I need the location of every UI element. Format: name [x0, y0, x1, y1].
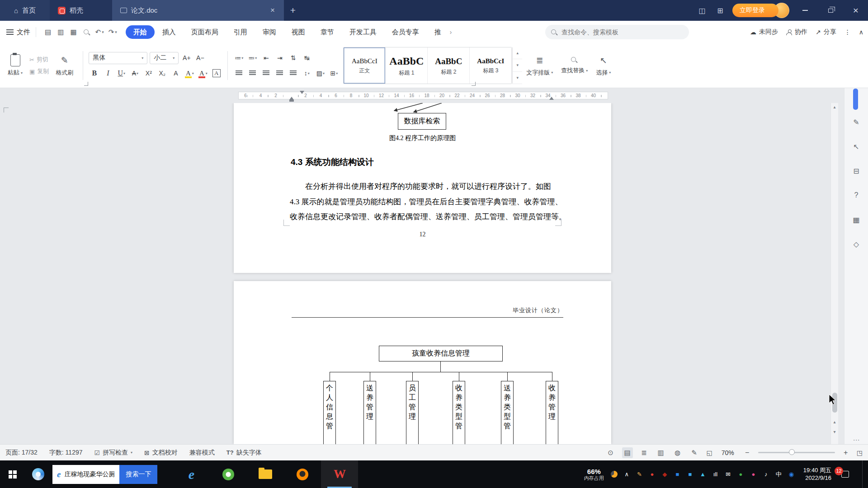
find-replace-button[interactable]: 查找替换▾ — [557, 56, 592, 75]
select-button[interactable]: ↖ 选择▾ — [592, 55, 615, 77]
paragraph[interactable]: 在分析并得出使用者对程序的功能要求时，就可以进行程序设计了。如图4.3 展示的就… — [290, 179, 566, 225]
gallery-up-icon[interactable]: ▴ — [513, 47, 522, 59]
file-menu-button[interactable]: 文件 — [6, 28, 30, 37]
alert-tray-icon[interactable]: ● — [649, 471, 656, 478]
numbered-list-button[interactable]: ≕▾ — [247, 52, 258, 64]
security-tray-icon[interactable]: ◆ — [661, 471, 668, 478]
green-status-tray-icon[interactable]: ● — [737, 471, 744, 478]
subscript-button[interactable]: X₂ — [156, 67, 168, 80]
align-right-button[interactable] — [260, 67, 272, 80]
word-count[interactable]: 字数: 11297 — [49, 449, 83, 457]
shading-button[interactable]: ▨▾ — [315, 67, 326, 80]
justify-button[interactable] — [274, 67, 285, 80]
undo-button[interactable]: ↶ ▾ — [95, 28, 104, 36]
style-card-2[interactable]: AaBbC标题 1 — [386, 47, 428, 84]
graphics-tool-tray-icon[interactable]: ✎ — [636, 471, 643, 478]
navigation-icon[interactable]: ▦ — [844, 216, 868, 224]
select-tool-icon[interactable]: ↖ — [844, 142, 868, 151]
shapes-icon[interactable]: ◇ — [844, 240, 868, 249]
align-left-button[interactable] — [233, 67, 245, 80]
more-tools-icon[interactable]: ⋯ — [844, 436, 868, 444]
ie-app-button[interactable]: e — [173, 460, 210, 488]
share-button[interactable]: ↗ 分享 — [816, 28, 836, 36]
quick-edit-icon[interactable]: ✎ — [844, 118, 868, 127]
split-view-icon[interactable]: ⊟ — [844, 167, 868, 175]
ribbon-tab-section[interactable]: 章节 — [313, 25, 342, 39]
ribbon-tab-page-layout[interactable]: 页面布局 — [184, 25, 226, 39]
print-preview-icon[interactable] — [83, 29, 90, 36]
save-icon[interactable]: ▤ — [45, 28, 51, 36]
font-name-select[interactable]: 黑体 ▾ — [89, 52, 147, 64]
page-indicator[interactable]: 页面: 17/32 — [5, 449, 38, 457]
memory-widget[interactable]: 66% 内存占用 — [584, 468, 604, 481]
right-indent-marker[interactable] — [549, 94, 554, 100]
mail-tray-icon[interactable]: ✉ — [725, 471, 731, 478]
eye-preview-icon[interactable]: ⊙ — [605, 447, 616, 458]
style-card-1[interactable]: AaBbCcI正文 — [344, 47, 386, 84]
tab-home[interactable]: ⌂ 首页 — [0, 0, 50, 21]
network-tray-icon[interactable]: ıll — [712, 471, 719, 478]
outline-view-icon[interactable]: ≣ — [639, 447, 650, 458]
help-icon[interactable]: ? — [844, 191, 868, 199]
paste-caret-icon[interactable]: ▾ — [21, 71, 23, 75]
ribbon-tab-member[interactable]: 会员专享 — [384, 25, 427, 39]
format-painter-button[interactable]: ✎ 格式刷 — [52, 55, 77, 77]
scrollbar-thumb[interactable] — [832, 393, 837, 413]
volume-tray-icon[interactable]: ♪ — [763, 471, 769, 478]
search-go-button[interactable]: 搜索一下 — [119, 465, 157, 484]
spellcheck-toggle[interactable]: ☑ 拼写检查 ▾ — [94, 449, 133, 457]
edit-mode-icon[interactable]: ✎ — [689, 447, 700, 458]
taskbar-search-box[interactable]: e 庄稼地现豪华公厕 — [52, 465, 119, 484]
command-search-box[interactable] — [545, 25, 689, 39]
borders-button[interactable]: ⊞▾ — [328, 67, 340, 80]
zoom-out-button[interactable]: − — [743, 449, 751, 457]
apps-grid-icon[interactable]: ⊞ — [714, 6, 726, 15]
orange-app-button[interactable] — [284, 460, 321, 488]
font-size-select[interactable]: 小二 ▾ — [150, 52, 179, 64]
style-card-4[interactable]: AaBbCcI标题 3 — [470, 47, 512, 84]
align-center-button[interactable] — [247, 67, 258, 80]
print-icon[interactable]: ▦ — [70, 28, 76, 36]
decrease-indent-button[interactable]: ⇤ — [260, 52, 272, 64]
page-2[interactable]: 毕业设计（论文） 孩童收养信息管理 个人信息管送养管理员工管理收养类型管送养类型… — [234, 281, 611, 444]
more-menu-icon[interactable]: ⋮ — [844, 28, 851, 36]
superscript-button[interactable]: X² — [143, 67, 154, 80]
wps-app-button[interactable]: W — [321, 460, 358, 488]
redo-button[interactable]: ↷ ▾ — [108, 28, 117, 36]
cut-button[interactable]: ✂ 剪切 — [29, 56, 49, 64]
layout-switch-icon[interactable]: ◫ — [696, 6, 708, 15]
zoom-slider-handle[interactable] — [789, 449, 795, 455]
strikethrough-button[interactable]: A▾ — [129, 67, 141, 80]
music-tray-icon[interactable]: ● — [750, 471, 757, 478]
horizontal-ruler[interactable]: 642246810121416182022242628303234363840 — [0, 88, 844, 103]
file-explorer-button[interactable] — [247, 460, 284, 488]
show-desktop-button[interactable] — [862, 460, 864, 488]
zoom-slider[interactable] — [758, 452, 835, 453]
maximize-button[interactable] — [821, 0, 840, 21]
ribbon-tab-home[interactable]: 开始 — [126, 25, 155, 39]
redo-caret-icon[interactable]: ▾ — [115, 30, 117, 34]
text-layout-button[interactable]: ≣ 文字排版▾ — [522, 55, 557, 77]
document-canvas[interactable]: 数据库检索 图4.2 程序工作的原理图 4.3 系统功能结构设计 在分析并得出使… — [0, 103, 844, 444]
ribbon-tab-references[interactable]: 引用 — [226, 25, 255, 39]
fit-page-icon[interactable]: ◱ — [707, 449, 712, 456]
ribbon-tab-review[interactable]: 审阅 — [255, 25, 284, 39]
vertical-scrollbar[interactable]: ▴ ▴ ▾ — [830, 103, 838, 444]
grow-font-button[interactable]: A+ — [181, 52, 192, 64]
page-1[interactable]: 数据库检索 图4.2 程序工作的原理图 4.3 系统功能结构设计 在分析并得出使… — [234, 103, 611, 273]
panel-scroll-thumb[interactable] — [853, 89, 858, 110]
ribbon-tab-insert[interactable]: 插入 — [155, 25, 184, 39]
copy-button[interactable]: ▣ 复制 — [29, 67, 49, 75]
gallery-down-icon[interactable]: ▾ — [513, 59, 522, 71]
collaborate-button[interactable]: 协作 — [786, 28, 807, 36]
scroll-up-icon[interactable]: ▴ — [831, 104, 838, 109]
zoom-level[interactable]: 70% — [719, 449, 736, 456]
bullet-list-button[interactable]: ≔▾ — [233, 52, 245, 64]
hanging-indent-marker[interactable] — [289, 94, 294, 100]
zoom-in-button[interactable]: + — [842, 449, 850, 457]
font-dialog-launcher[interactable] — [84, 82, 88, 86]
underline-button[interactable]: U▾ — [116, 67, 127, 80]
search-input[interactable] — [561, 28, 670, 36]
proofread-button[interactable]: ⊠ 文档校对 — [144, 449, 178, 457]
style-card-3[interactable]: AaBbC标题 2 — [428, 47, 470, 84]
